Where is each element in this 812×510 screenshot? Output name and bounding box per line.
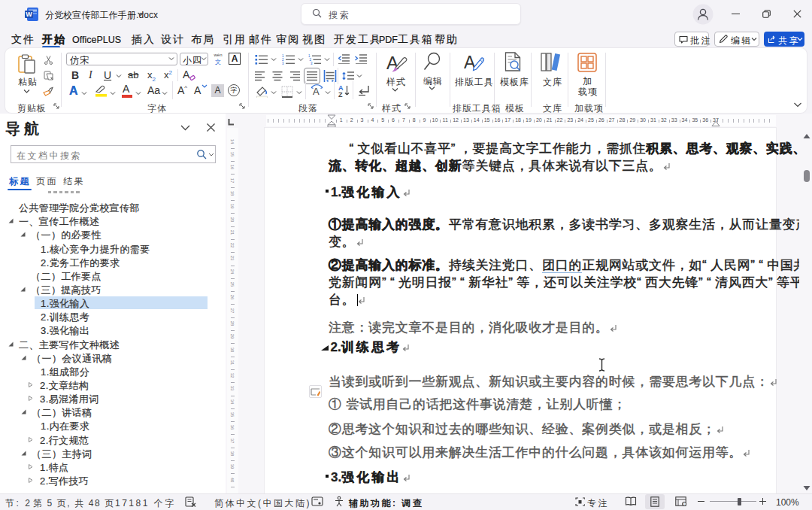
- svg-text:i: i: [683, 502, 684, 506]
- svg-text:3: 3: [282, 62, 284, 65]
- svg-text:Z: Z: [338, 91, 343, 98]
- svg-text:W: W: [26, 11, 32, 18]
- svg-text:A: A: [313, 86, 320, 97]
- svg-text:3: 3: [311, 62, 313, 65]
